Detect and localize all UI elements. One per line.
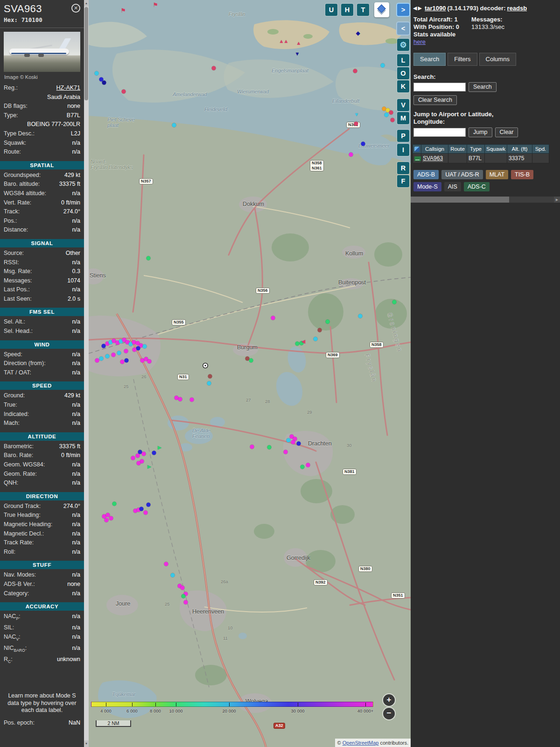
filter-ads-b[interactable]: ADS-B — [413, 170, 439, 179]
aircraft-history-dot[interactable] — [318, 328, 322, 332]
aircraft-history-dot[interactable] — [389, 111, 393, 115]
panel-prev-icon[interactable]: ◀ — [413, 5, 417, 11]
aircraft-history-dot[interactable] — [95, 359, 99, 363]
horizontal-scrollbar[interactable]: ▶ — [411, 197, 560, 203]
jump-clear-button[interactable]: Clear — [495, 127, 518, 137]
search-input[interactable] — [413, 83, 466, 92]
aircraft-history-dot[interactable] — [112, 502, 117, 506]
aircraft-history-dot[interactable] — [207, 381, 211, 386]
map-settings-gear-icon[interactable]: ⚙ — [397, 39, 409, 51]
readsb-link[interactable]: readsb — [507, 5, 527, 12]
map-triangle-marker[interactable]: ▼ — [354, 112, 359, 117]
row-callsign[interactable]: SVA963 — [423, 155, 443, 162]
aircraft-history-dot[interactable] — [99, 357, 104, 361]
aircraft-history-dot[interactable] — [136, 346, 140, 351]
aircraft-history-dot[interactable] — [171, 573, 175, 578]
aircraft-history-dot[interactable] — [306, 463, 310, 467]
aircraft-history-dot[interactable] — [178, 397, 182, 402]
aircraft-history-dot[interactable] — [190, 398, 194, 402]
jump-input[interactable] — [413, 128, 466, 137]
map-triangle-marker[interactable]: ▲ — [284, 39, 289, 44]
col-alt[interactable]: Alt. (ft) — [507, 145, 532, 154]
zoom-in-button[interactable]: + — [383, 694, 395, 706]
scrollbar-thumb[interactable] — [84, 7, 88, 100]
aircraft-history-dot[interactable] — [208, 374, 212, 379]
filter-mlat[interactable]: MLAT — [486, 170, 508, 179]
tar1090-link[interactable]: tar1090 — [425, 5, 446, 12]
tab-search[interactable]: Search — [413, 53, 446, 66]
filter-ais[interactable]: AIS — [444, 182, 461, 191]
data-value[interactable]: HZ-AK71 — [56, 84, 80, 93]
aircraft-history-dot[interactable] — [385, 113, 389, 117]
map-button-t[interactable]: T — [357, 4, 369, 16]
col-route[interactable]: Route — [448, 145, 467, 154]
aircraft-history-dot[interactable] — [287, 438, 291, 443]
aircraft-history-dot[interactable] — [361, 142, 365, 146]
aircraft-history-dot[interactable] — [349, 153, 353, 157]
close-icon[interactable]: ✕ — [71, 4, 80, 13]
aircraft-history-dot[interactable] — [125, 359, 129, 363]
aircraft-photo[interactable] — [4, 32, 80, 72]
aircraft-history-dot[interactable] — [137, 461, 141, 465]
aircraft-history-dot[interactable] — [358, 314, 363, 318]
clear-search-button[interactable]: Clear Search — [413, 95, 457, 105]
filter-mode-s[interactable]: Mode-S — [413, 182, 441, 191]
map-button-p[interactable]: P — [397, 130, 409, 142]
map-button-o[interactable]: O — [397, 67, 409, 79]
aircraft-history-dot[interactable] — [144, 511, 148, 515]
aircraft-history-dot[interactable] — [124, 349, 128, 353]
map-button-u[interactable]: U — [325, 4, 337, 16]
aircraft-history-dot[interactable] — [249, 359, 253, 363]
col-callsign[interactable]: Callsign — [421, 145, 448, 154]
aircraft-history-dot[interactable] — [184, 600, 188, 605]
map-triangle-marker[interactable]: ▲ — [296, 41, 301, 46]
aircraft-history-dot[interactable] — [147, 256, 151, 261]
aircraft-history-dot[interactable] — [105, 354, 110, 359]
layers-button[interactable] — [374, 2, 389, 17]
aircraft-history-dot[interactable] — [212, 66, 216, 70]
aircraft-history-dot[interactable] — [117, 351, 121, 355]
map[interactable]: FryslânEngelsmanplaatWierumerwadAmelande… — [89, 0, 411, 747]
aircraft-history-dot[interactable] — [172, 123, 176, 127]
aircraft-history-dot[interactable] — [133, 348, 137, 352]
stats-here-link[interactable]: here — [413, 38, 459, 46]
col-spd[interactable]: Spd. — [532, 145, 549, 154]
map-button-l[interactable]: L — [397, 54, 409, 66]
filter-uat-ads-r[interactable]: UAT / ADS-R — [441, 170, 483, 179]
aircraft-history-dot[interactable] — [301, 465, 305, 469]
aircraft-history-dot[interactable] — [391, 118, 395, 122]
aircraft-row[interactable]: SVA963 B77L 33375 — [413, 154, 549, 163]
aircraft-history-dot[interactable] — [136, 454, 140, 458]
aircraft-history-dot[interactable] — [392, 300, 397, 304]
hscroll-right-icon[interactable]: ▶ — [554, 197, 560, 203]
aircraft-history-dot[interactable] — [109, 516, 113, 521]
aircraft-history-dot[interactable] — [271, 316, 275, 320]
aircraft-history-dot[interactable] — [314, 337, 318, 341]
tab-columns[interactable]: Columns — [479, 53, 516, 66]
aircraft-history-dot[interactable] — [250, 445, 254, 449]
selected-aircraft-marker[interactable] — [203, 364, 208, 368]
panel-next-icon[interactable]: ▶ — [418, 5, 421, 11]
jump-button[interactable]: Jump — [469, 127, 492, 137]
hscroll-thumb[interactable] — [411, 197, 509, 203]
aircraft-history-dot[interactable] — [147, 359, 152, 364]
aircraft-history-dot[interactable] — [105, 518, 109, 522]
aircraft-history-dot[interactable] — [297, 442, 301, 446]
map-diamond-marker[interactable]: ◆ — [356, 30, 360, 36]
map-button-r[interactable]: R — [397, 162, 409, 174]
map-button-v[interactable]: V — [397, 99, 409, 111]
zoom-out-button[interactable]: − — [383, 708, 395, 719]
sidebar-expand-button[interactable]: > — [397, 4, 409, 16]
aircraft-history-dot[interactable] — [291, 440, 295, 444]
aircraft-history-dot[interactable] — [131, 456, 135, 460]
aircraft-history-dot[interactable] — [354, 122, 358, 126]
aircraft-history-dot[interactable] — [381, 63, 385, 68]
aircraft-history-dot[interactable] — [182, 594, 186, 599]
map-triangle-marker[interactable]: ▶ — [147, 464, 151, 469]
map-button-m[interactable]: M — [397, 112, 409, 124]
col-type[interactable]: Type — [467, 145, 485, 154]
map-button-h[interactable]: H — [341, 4, 353, 16]
map-triangle-marker[interactable]: ▶ — [158, 445, 161, 450]
aircraft-history-dot[interactable] — [284, 450, 288, 454]
map-button-f[interactable]: F — [397, 175, 409, 187]
